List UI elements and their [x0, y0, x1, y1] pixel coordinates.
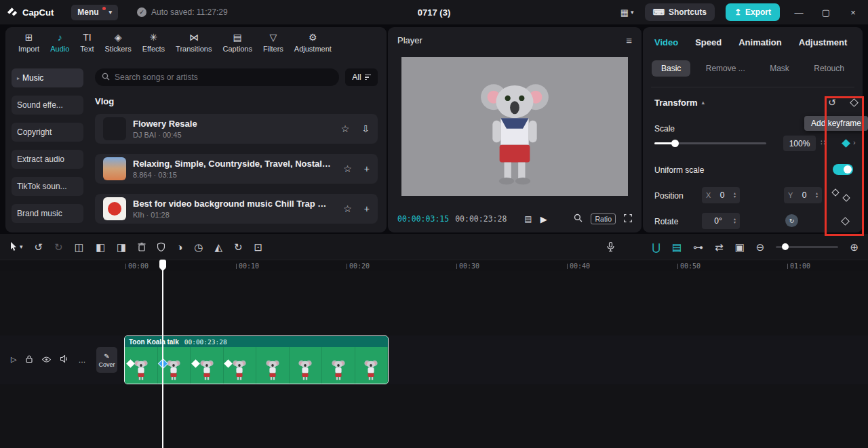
sidebar-item-copyright[interactable]: Copyright: [12, 123, 83, 142]
record-voiceover-icon[interactable]: [607, 242, 614, 252]
subtab-mask[interactable]: Mask: [760, 60, 799, 77]
position-x-field[interactable]: X 0 ▴▾: [702, 187, 740, 203]
mute-icon[interactable]: [60, 355, 68, 364]
tab-speed[interactable]: Speed: [695, 37, 722, 47]
reset-transform-icon[interactable]: ↺: [828, 97, 836, 108]
rotate-keyframe-icon[interactable]: [841, 217, 850, 226]
ratio-button[interactable]: Ratio: [591, 213, 616, 224]
add-to-timeline-icon[interactable]: +: [364, 163, 370, 174]
layout-toggle[interactable]: ▦ ▾: [620, 7, 634, 18]
export-button[interactable]: ↥ Export: [726, 3, 780, 21]
subtab-remove[interactable]: Remove ...: [696, 60, 755, 77]
playhead-handle[interactable]: [159, 260, 166, 268]
mask-icon[interactable]: [157, 243, 165, 251]
delete-icon[interactable]: [138, 243, 146, 251]
zoom-out-icon[interactable]: ⊖: [756, 242, 765, 252]
song-item[interactable]: Best for video background music Chill Tr…: [95, 194, 378, 224]
rotate-field[interactable]: 0° ▴▾: [702, 213, 740, 229]
shortcuts-button[interactable]: ⌨ Shortcuts: [645, 3, 715, 21]
rotate-dial[interactable]: ↻: [785, 214, 798, 227]
tab-animation[interactable]: Animation: [738, 37, 782, 47]
subtab-basic[interactable]: Basic: [652, 60, 690, 77]
undo-icon[interactable]: ↺: [35, 242, 43, 252]
tab-import[interactable]: ⊞ Import: [14, 32, 44, 60]
menu-button[interactable]: Menu ▾: [71, 5, 118, 20]
add-to-timeline-icon[interactable]: +: [364, 203, 370, 214]
sidebar-item-brand-music[interactable]: Brand music: [12, 204, 83, 223]
scale-slider[interactable]: [654, 142, 766, 144]
track-preview-icon[interactable]: ▷: [11, 355, 16, 364]
tab-transitions[interactable]: ⋈ Transitions: [171, 32, 216, 60]
split-icon[interactable]: ◫: [75, 242, 84, 252]
more-icon[interactable]: …: [78, 356, 85, 364]
magnet-snap-icon[interactable]: ⋃: [652, 242, 660, 252]
tab-effects[interactable]: ✳ Effects: [138, 32, 170, 60]
playhead[interactable]: [162, 260, 163, 448]
sidebar-item-tiktok-sounds[interactable]: TikTok soun...: [12, 177, 83, 196]
timeline-zoom-slider[interactable]: [776, 246, 838, 248]
preview-axis-icon[interactable]: ▤: [672, 242, 682, 252]
add-keyframe-icon[interactable]: [850, 98, 859, 107]
song-item[interactable]: Flowery Resale DJ BAI · 00:45 ☆ ⇩: [95, 114, 378, 144]
zoom-fit-icon[interactable]: [574, 213, 583, 224]
timeline-ruler[interactable]: 00:00 00:10 00:20 00:30 00:40 00:50 01:0…: [0, 260, 868, 271]
stepper-icon[interactable]: ▴▾: [816, 192, 818, 199]
tab-filters[interactable]: ▽ Filters: [258, 32, 288, 60]
stepper-icon[interactable]: ▴▾: [734, 218, 736, 224]
timeline-zoom-knob[interactable]: [782, 243, 789, 250]
mirror-icon[interactable]: ◭: [214, 242, 222, 252]
visibility-icon[interactable]: [42, 356, 51, 364]
fullscreen-icon[interactable]: [624, 214, 632, 224]
scale-keyframe-icon[interactable]: [842, 139, 850, 148]
matting-icon[interactable]: ◑: [176, 242, 182, 252]
minimize-button[interactable]: —: [791, 7, 807, 18]
tab-stickers[interactable]: ◈ Stickers: [100, 32, 136, 60]
position-y-field[interactable]: Y 0 ▴▾: [784, 187, 822, 203]
link-clips-icon[interactable]: ⊶: [693, 242, 703, 252]
download-icon[interactable]: ⇩: [361, 123, 370, 134]
subtab-retouch[interactable]: Retouch: [804, 60, 854, 77]
favorite-icon[interactable]: ☆: [343, 163, 352, 174]
crop-icon[interactable]: ⊡: [254, 242, 263, 252]
tab-adjustment[interactable]: ⚙ Adjustment: [290, 32, 336, 60]
collapse-icon[interactable]: ▴: [702, 99, 705, 106]
video-clip[interactable]: Toon Koala talk 00:00:23:28: [124, 335, 389, 384]
close-button[interactable]: ×: [845, 7, 861, 18]
tab-adjustment[interactable]: Adjustment: [799, 37, 848, 47]
frame-preview-icon[interactable]: ▤: [524, 214, 532, 224]
delete-left-icon[interactable]: ◧: [96, 242, 105, 252]
position-keyframe-icon[interactable]: [842, 194, 850, 201]
player-menu-icon[interactable]: ≡: [626, 35, 632, 46]
scale-value[interactable]: 100%: [783, 136, 816, 151]
delete-right-icon[interactable]: ◨: [117, 242, 126, 252]
position-keyframe-icon[interactable]: [831, 188, 839, 196]
favorite-icon[interactable]: ☆: [341, 123, 350, 134]
tab-audio[interactable]: ♪ Audio: [45, 32, 74, 60]
scale-slider-knob[interactable]: [671, 140, 679, 147]
sidebar-item-sound-effects[interactable]: Sound effe...: [12, 96, 83, 115]
tab-captions[interactable]: ▤ Captions: [218, 32, 256, 60]
filter-all-button[interactable]: All: [345, 68, 378, 86]
maximize-button[interactable]: ▢: [818, 7, 834, 18]
favorite-icon[interactable]: ☆: [343, 203, 352, 214]
uniform-scale-toggle[interactable]: [833, 164, 853, 175]
sidebar-item-music[interactable]: ▸ Music: [12, 68, 83, 87]
search-input[interactable]: [115, 73, 332, 82]
cover-track-icon[interactable]: ▣: [735, 242, 745, 252]
tab-text[interactable]: TI Text: [75, 32, 98, 60]
chevron-right-icon[interactable]: ›: [853, 138, 856, 146]
play-button[interactable]: ▶: [540, 214, 547, 224]
song-item[interactable]: Relaxing, Simple, Countryside, Travel, N…: [95, 154, 378, 184]
rotate-clip-icon[interactable]: ↻: [234, 242, 243, 252]
lock-icon[interactable]: [26, 355, 33, 364]
stepper-icon[interactable]: ▴▾: [734, 192, 736, 199]
sidebar-item-extract-audio[interactable]: Extract audio: [12, 150, 83, 169]
redo-icon[interactable]: ↻: [54, 242, 63, 252]
freeze-frame-icon[interactable]: ◷: [194, 242, 203, 252]
zoom-in-icon[interactable]: ⊕: [850, 242, 859, 252]
tab-video[interactable]: Video: [654, 37, 678, 47]
edit-cover-button[interactable]: ✎ Cover: [96, 347, 117, 373]
auto-ripple-icon[interactable]: ⇄: [715, 242, 724, 252]
select-tool[interactable]: ▾: [9, 242, 23, 252]
drag-handle-icon[interactable]: ∷: [821, 138, 825, 147]
